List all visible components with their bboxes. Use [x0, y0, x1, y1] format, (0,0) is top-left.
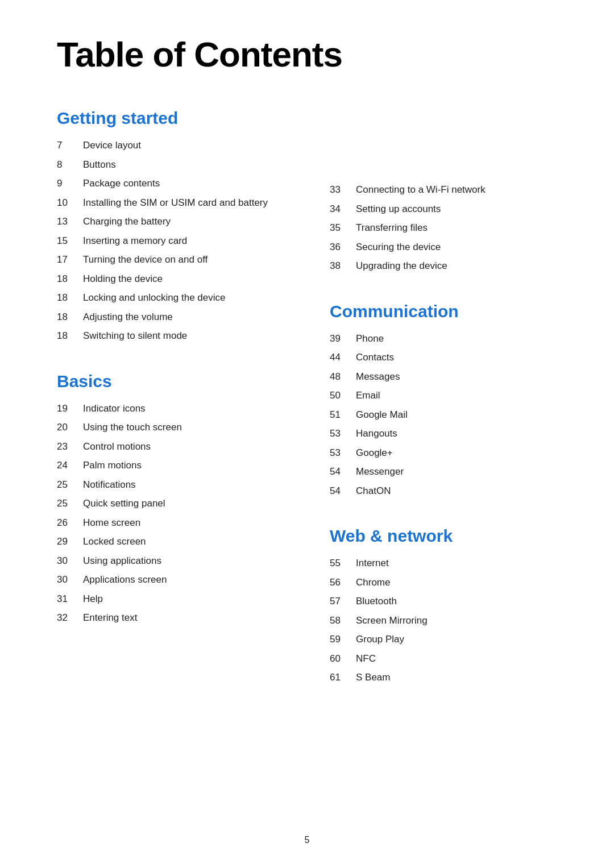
- list-item: 50Email: [330, 388, 569, 403]
- list-item: 54ChatON: [330, 484, 569, 499]
- list-item: 61S Beam: [330, 670, 569, 685]
- toc-list-basics: 19Indicator icons 20Using the touch scre…: [57, 401, 296, 625]
- list-item: 24Palm motions: [57, 458, 296, 473]
- list-item: 48Messages: [330, 369, 569, 384]
- list-item: 60NFC: [330, 651, 569, 666]
- list-item: 20Using the touch screen: [57, 420, 296, 435]
- list-item: 17Turning the device on and off: [57, 252, 296, 267]
- list-item: 18Switching to silent mode: [57, 329, 296, 343]
- section-heading-getting-started: Getting started: [57, 109, 296, 128]
- list-item: 31Help: [57, 592, 296, 607]
- list-item: 39Phone: [330, 331, 569, 346]
- list-item: 44Contacts: [330, 350, 569, 365]
- list-item: 9Package contents: [57, 176, 296, 191]
- list-item: 25Quick setting panel: [57, 496, 296, 511]
- list-item: 51Google Mail: [330, 408, 569, 422]
- toc-list-web-network: 55Internet 56Chrome 57Bluetooth 58Screen…: [330, 556, 569, 685]
- section-heading-basics: Basics: [57, 372, 296, 391]
- list-item: 55Internet: [330, 556, 569, 571]
- list-item: 36Securing the device: [330, 240, 569, 255]
- list-item: 29Locked screen: [57, 534, 296, 549]
- list-item: 53Google+: [330, 446, 569, 460]
- list-item: 56Chrome: [330, 575, 569, 590]
- list-item: 10Installing the SIM or USIM card and ba…: [57, 196, 296, 210]
- list-item: 7Device layout: [57, 138, 296, 153]
- list-item: 32Entering text: [57, 610, 296, 625]
- list-item: 18Locking and unlocking the device: [57, 290, 296, 305]
- two-column-layout: Getting started 7Device layout 8Buttons …: [57, 109, 569, 713]
- list-item: 58Screen Mirroring: [330, 613, 569, 628]
- list-item: 54Messenger: [330, 464, 569, 479]
- section-heading-web-network: Web & network: [330, 526, 569, 546]
- list-item: 23Control motions: [57, 439, 296, 454]
- list-item: 8Buttons: [57, 157, 296, 172]
- list-item: 26Home screen: [57, 516, 296, 530]
- right-column: 33Connecting to a Wi-Fi network 34Settin…: [330, 109, 569, 713]
- list-item: 38Upgrading the device: [330, 259, 569, 273]
- toc-list-getting-started: 7Device layout 8Buttons 9Package content…: [57, 138, 296, 343]
- list-item: 13Charging the battery: [57, 214, 296, 229]
- page-footer: 5: [0, 835, 614, 845]
- list-item: 33Connecting to a Wi-Fi network: [330, 182, 569, 197]
- list-item: 59Group Play: [330, 632, 569, 647]
- list-item: 15Inserting a memory card: [57, 234, 296, 248]
- list-item: 57Bluetooth: [330, 594, 569, 609]
- left-column: Getting started 7Device layout 8Buttons …: [57, 109, 296, 713]
- list-item: 30Using applications: [57, 554, 296, 568]
- list-item: 30Applications screen: [57, 572, 296, 587]
- toc-list-continuation: 33Connecting to a Wi-Fi network 34Settin…: [330, 182, 569, 273]
- list-item: 19Indicator icons: [57, 401, 296, 416]
- list-item: 25Notifications: [57, 477, 296, 492]
- toc-list-communication: 39Phone 44Contacts 48Messages 50Email 51…: [330, 331, 569, 499]
- page-number: 5: [305, 835, 310, 845]
- list-item: 18Holding the device: [57, 272, 296, 286]
- list-item: 18Adjusting the volume: [57, 310, 296, 325]
- list-item: 53Hangouts: [330, 426, 569, 441]
- page-title: Table of Contents: [57, 34, 569, 74]
- section-heading-communication: Communication: [330, 302, 569, 321]
- list-item: 35Transferring files: [330, 221, 569, 235]
- page-container: Table of Contents Getting started 7Devic…: [0, 0, 614, 759]
- list-item: 34Setting up accounts: [330, 202, 569, 217]
